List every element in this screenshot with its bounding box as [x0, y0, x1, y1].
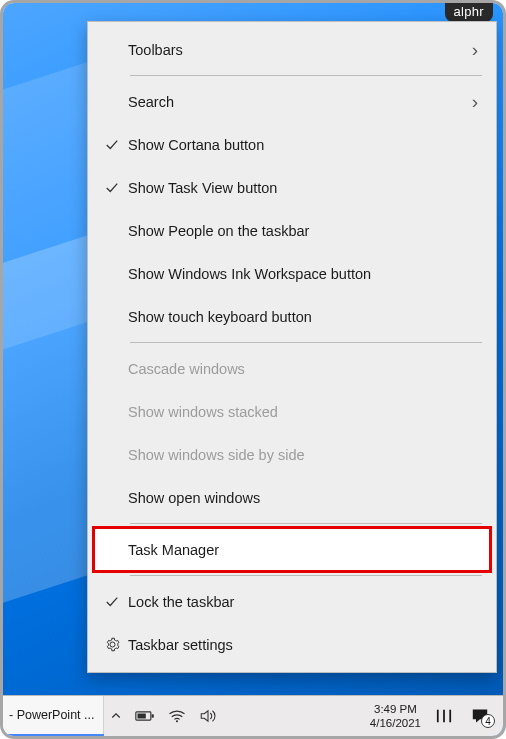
taskbar-clock[interactable]: 3:49 PM 4/16/2021: [364, 702, 427, 731]
menu-item-lock-taskbar[interactable]: Lock the taskbar: [88, 580, 496, 623]
menu-label: Lock the taskbar: [128, 594, 482, 610]
menu-item-cascade: Cascade windows: [88, 347, 496, 390]
action-center-icon[interactable]: 4: [471, 708, 489, 724]
menu-item-taskbar-settings[interactable]: Taskbar settings: [88, 623, 496, 666]
separator: [130, 75, 482, 76]
menu-item-show-touchkb[interactable]: Show touch keyboard button: [88, 295, 496, 338]
menu-item-task-manager[interactable]: Task Manager: [88, 528, 496, 571]
gear-icon: [96, 637, 128, 652]
menu-label: Show touch keyboard button: [128, 309, 482, 325]
menu-item-show-cortana[interactable]: Show Cortana button: [88, 123, 496, 166]
menu-label: Show open windows: [128, 490, 482, 506]
clock-date: 4/16/2021: [370, 716, 421, 730]
tray-overflow-icon[interactable]: [110, 710, 122, 722]
svg-point-3: [176, 720, 178, 722]
menu-item-show-people[interactable]: Show People on the taskbar: [88, 209, 496, 252]
separator: [130, 523, 482, 524]
taskbar-app-label: - PowerPoint ...: [9, 708, 94, 722]
brand-watermark: alphr: [445, 3, 493, 22]
menu-label: Cascade windows: [128, 361, 482, 377]
menu-item-show-taskview[interactable]: Show Task View button: [88, 166, 496, 209]
menu-label: Show Windows Ink Workspace button: [128, 266, 482, 282]
battery-icon[interactable]: [135, 710, 155, 722]
separator: [130, 575, 482, 576]
menu-item-sidebyside: Show windows side by side: [88, 433, 496, 476]
menu-label: Show windows side by side: [128, 447, 482, 463]
menu-label: Task Manager: [128, 542, 482, 558]
menu-item-search[interactable]: Search ›: [88, 80, 496, 123]
chevron-right-icon: ›: [472, 91, 478, 113]
volume-icon[interactable]: [199, 708, 217, 724]
menu-item-toolbars[interactable]: Toolbars ›: [88, 28, 496, 71]
menu-label: Search: [128, 94, 472, 110]
menu-label: Toolbars: [128, 42, 472, 58]
clock-time: 3:49 PM: [374, 702, 417, 716]
svg-rect-2: [138, 714, 146, 719]
check-icon: [96, 181, 128, 195]
system-tray: [104, 696, 363, 736]
taskbar-context-menu: Toolbars › Search › Show Cortana button …: [87, 21, 497, 673]
menu-item-show-ink[interactable]: Show Windows Ink Workspace button: [88, 252, 496, 295]
separator: [130, 342, 482, 343]
taskbar-app-powerpoint[interactable]: - PowerPoint ...: [3, 696, 104, 736]
menu-label: Taskbar settings: [128, 637, 482, 653]
menu-item-show-open[interactable]: Show open windows: [88, 476, 496, 519]
menu-item-stacked: Show windows stacked: [88, 390, 496, 433]
wifi-icon[interactable]: [168, 709, 186, 723]
app-tray-icon[interactable]: [435, 708, 453, 724]
menu-label: Show People on the taskbar: [128, 223, 482, 239]
svg-rect-1: [152, 714, 154, 717]
menu-label: Show Cortana button: [128, 137, 482, 153]
check-icon: [96, 595, 128, 609]
menu-label: Show windows stacked: [128, 404, 482, 420]
chevron-right-icon: ›: [472, 39, 478, 61]
taskbar[interactable]: - PowerPoint ... 3:49 PM 4/16/2021 4: [3, 695, 503, 736]
check-icon: [96, 138, 128, 152]
menu-label: Show Task View button: [128, 180, 482, 196]
notification-badge: 4: [481, 714, 495, 728]
